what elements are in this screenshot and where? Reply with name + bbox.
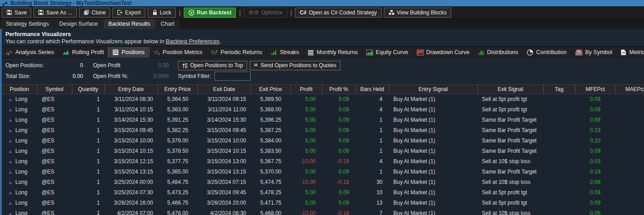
long-arrow-icon: ▲ [8, 138, 13, 143]
svg-text:ABC: ABC [576, 50, 582, 52]
monthly-returns-icon [308, 50, 314, 55]
position-cell: ▲Long [2, 156, 37, 167]
contribution-icon [527, 49, 533, 56]
positions-table: Position Symbol Quantity Entry Date Entr… [2, 84, 644, 215]
viztab-distributions[interactable]: Distributions [474, 47, 523, 58]
optimize-button[interactable]: ⚙⚙ Optimize [244, 8, 287, 18]
col-profit-pct[interactable]: Profit % [322, 85, 355, 94]
col-bars-held[interactable]: Bars Held [355, 85, 389, 94]
position-row[interactable]: ▲Long @ES 1 3/14/2024 15:30 5,391.25 3/1… [2, 115, 644, 125]
viztab-periodic-returns[interactable]: Periodic Returns [207, 47, 266, 58]
position-row[interactable]: ▲Long @ES 1 3/25/2024 07:30 5,473.25 3/2… [2, 188, 644, 198]
clone-icon [84, 9, 89, 15]
viztab-analysis-series[interactable]: Analysis Series [2, 47, 58, 58]
long-arrow-icon: ▲ [8, 149, 13, 154]
save-button[interactable]: Save [2, 8, 31, 18]
csharp-icon: C# [299, 9, 306, 16]
open-profit-pct-label: Open Profit %: [93, 73, 136, 79]
position-row[interactable]: ▲Long @ES 1 3/15/2024 10:00 5,379.00 3/1… [2, 136, 644, 146]
viztab-position-metrics[interactable]: Position Metrics [149, 47, 207, 58]
run-backtest-button[interactable]: Run Backtest [184, 8, 236, 18]
send-open-positions-to-quotes-button[interactable]: “ Send Open Positions to Quotes [250, 61, 341, 70]
toolbar-separator: | [289, 9, 293, 16]
col-entry-signal[interactable]: Entry Signal [389, 85, 477, 94]
long-arrow-icon: ▲ [8, 118, 13, 123]
viztab-streaks[interactable]: Streaks [267, 47, 303, 58]
tab-chart[interactable]: Chart [156, 19, 180, 29]
performance-visualizers-header: Performance Visualizers You can control … [2, 29, 644, 46]
table-header-row: Position Symbol Quantity Entry Date Entr… [2, 85, 644, 94]
col-entry-date[interactable]: Entry Date [104, 85, 158, 94]
periodic-returns-icon [211, 50, 218, 55]
visualizer-tab-bar: Analysis Series Rolling Profit Positions… [2, 46, 644, 58]
position-row[interactable]: ▲Long @ES 1 3/25/2024 00:00 5,484.75 3/2… [2, 177, 644, 188]
export-icon [117, 9, 123, 15]
long-arrow-icon: ▲ [8, 201, 13, 206]
long-arrow-icon: ▲ [8, 180, 13, 185]
window-titlebar: Building Block Strategy - MyTest\Donchia… [0, 0, 644, 6]
col-exit-price[interactable]: Exit Price [251, 85, 290, 94]
position-row[interactable]: ▲Long @ES 1 3/15/2024 12:15 5,377.75 3/1… [2, 156, 644, 167]
performance-visualizers-title: Performance Visualizers [5, 31, 640, 37]
open-csharp-button[interactable]: C# Open as C# Coded Strategy [295, 8, 381, 18]
col-maepct[interactable]: MAEPct [616, 85, 644, 94]
long-arrow-icon: ▲ [8, 107, 13, 112]
streaks-icon [271, 50, 277, 55]
position-cell: ▲Long [2, 198, 37, 208]
col-symbol[interactable]: Symbol [37, 85, 72, 94]
save-as-button[interactable]: Save As ... [33, 8, 76, 18]
backtest-preferences-link[interactable]: Backtest Preferences [166, 38, 219, 45]
symbol-filter-input[interactable] [215, 72, 251, 81]
lock-button[interactable]: Lock [148, 8, 176, 18]
position-cell: ▲Long [2, 94, 37, 105]
col-position[interactable]: Position [2, 85, 37, 94]
position-cell: ▲Long [2, 167, 37, 177]
col-exit-signal[interactable]: Exit Signal [477, 85, 543, 94]
viztab-equity-curve[interactable]: Equity Curve [362, 47, 413, 58]
viztab-by-symbol[interactable]: ABCDEF By Symbol [571, 47, 617, 58]
col-tag[interactable]: Tag [543, 85, 575, 94]
open-positions-to-top-button[interactable]: Open Positions to Top [178, 61, 247, 70]
position-row[interactable]: ▲Long @ES 1 3/26/2024 16:00 5,466.75 3/2… [2, 198, 644, 208]
metrics-report-icon [621, 49, 626, 55]
position-row[interactable]: ▲Long @ES 1 4/2/2024 07:00 5,478.00 4/2/… [2, 208, 644, 215]
symbol-filter-label: Symbol Filter: [178, 73, 211, 79]
clone-button[interactable]: Clone [79, 8, 110, 18]
viztab-positions[interactable]: Positions [108, 47, 149, 58]
col-quantity[interactable]: Quantity [72, 85, 104, 94]
viztab-rolling-profit[interactable]: Rolling Profit [58, 47, 108, 58]
tab-design-surface[interactable]: Design Surface [54, 19, 103, 29]
open-positions-label: Open Positions: [5, 62, 51, 69]
position-row[interactable]: ▲Long @ES 1 3/11/2024 10:15 5,363.00 3/1… [2, 105, 644, 115]
tab-strategy-settings[interactable]: Strategy Settings [1, 19, 54, 29]
position-row[interactable]: ▲Long @ES 1 3/15/2024 13:15 5,365.00 3/1… [2, 167, 644, 177]
position-row[interactable]: ▲Long @ES 1 3/15/2024 09:45 5,382.25 3/1… [2, 125, 644, 136]
performance-visualizers-subtitle: You can control which Performance Visual… [5, 38, 640, 45]
positions-table-body: ▲Long @ES 1 3/11/2024 08:30 5,364.50 3/1… [2, 94, 644, 215]
position-cell: ▲Long [2, 208, 37, 215]
long-arrow-icon: ▲ [8, 190, 13, 195]
backtest-results-panel: Performance Visualizers You can control … [0, 29, 644, 215]
col-profit[interactable]: Profit [290, 85, 322, 94]
distributions-icon [478, 50, 485, 55]
position-row[interactable]: ▲Long @ES 1 3/11/2024 08:30 5,364.50 3/1… [2, 94, 644, 105]
position-row[interactable]: ▲Long @ES 1 3/15/2024 10:15 5,378.50 3/1… [2, 146, 644, 156]
viztab-monthly-returns[interactable]: Monthly Returns [303, 47, 362, 58]
export-button[interactable]: Export [112, 8, 145, 18]
position-metrics-icon [153, 50, 160, 55]
col-mfepct[interactable]: MFEPct [575, 85, 616, 94]
col-entry-price[interactable]: Entry Price [158, 85, 197, 94]
rolling-profit-icon [62, 50, 69, 55]
viztab-metrics-report[interactable]: Metrics Report [616, 47, 644, 58]
col-exit-date[interactable]: Exit Date [197, 85, 251, 94]
open-profit-label: Open Profit [93, 62, 136, 69]
long-arrow-icon: ▲ [8, 128, 13, 133]
view-building-blocks-button[interactable]: View Building Blocks [384, 8, 452, 18]
save-icon [6, 9, 12, 15]
viztab-drawdown-curve[interactable]: Drawdown Curve [413, 47, 474, 58]
optimize-gears-icon: ⚙⚙ [248, 9, 259, 16]
viztab-contribution[interactable]: Contribution [523, 47, 571, 58]
run-icon [188, 9, 195, 16]
open-profit-pct-value: 0.00% [136, 73, 169, 79]
tab-backtest-results[interactable]: Backtest Results [103, 19, 155, 29]
